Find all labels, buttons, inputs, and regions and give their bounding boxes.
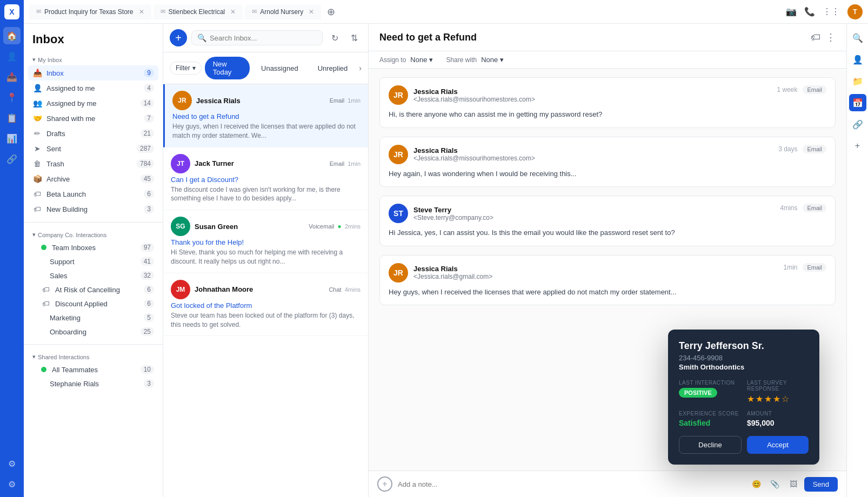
arrow-down-icon-3: ▾: [32, 353, 36, 360]
compose-button[interactable]: +: [170, 29, 187, 46]
nav-reports[interactable]: 📊: [3, 130, 21, 147]
avatar-susan: SG: [171, 217, 190, 236]
sidebar-item-all-teammates[interactable]: All Teammates 10: [37, 362, 158, 377]
company-interactions-section[interactable]: ▾ Company Co. Interactions: [28, 228, 158, 240]
message-4: JR Jessica Rials <Jessica.rials@gmail.co…: [379, 255, 836, 306]
assign-to-dropdown[interactable]: None ▾: [410, 56, 433, 64]
sidebar-item-drafts[interactable]: ✏ Drafts 21: [28, 126, 158, 141]
avatar-jack: JT: [171, 154, 190, 173]
conversation-item-3[interactable]: SG Susan Green Voicemail ● 2mins Thank y…: [163, 210, 368, 273]
inbox-icon: 📥: [32, 69, 42, 77]
nav-settings-2[interactable]: ⚙: [3, 475, 21, 493]
sidebar-item-shared-with-me[interactable]: 🤝 Shared with me 7: [28, 111, 158, 126]
drafts-icon: ✏: [32, 129, 42, 138]
compose-add-button[interactable]: +: [377, 476, 392, 492]
emoji-button[interactable]: 😊: [749, 476, 764, 492]
sidebar-item-inbox[interactable]: 📥 Inbox 9: [28, 65, 158, 80]
tab-icon-3: ✉: [252, 8, 257, 15]
tab-close-1[interactable]: ✕: [139, 8, 144, 16]
nav-integrations[interactable]: 🔗: [3, 150, 21, 167]
nav-settings-1[interactable]: ⚙: [3, 455, 21, 472]
right-add-icon[interactable]: +: [849, 137, 866, 155]
sidebar-item-archive[interactable]: 📦 Archive 45: [28, 171, 158, 186]
tag-icon[interactable]: 🏷: [811, 32, 820, 43]
tab-stienbeck[interactable]: ✉ Stienbeck Electrical ✕: [153, 4, 243, 19]
share-with-dropdown[interactable]: None ▾: [481, 56, 504, 64]
nav-map[interactable]: 📍: [3, 89, 21, 106]
video-icon[interactable]: 📷: [786, 6, 797, 17]
tab-arnold[interactable]: ✉ Arnold Nursery ✕: [245, 4, 321, 19]
send-button[interactable]: Send: [804, 477, 838, 492]
assigned-to-me-icon: 👤: [32, 84, 42, 92]
image-button[interactable]: 🖼: [786, 476, 801, 492]
conversation-item-4[interactable]: JM Johnathan Moore Chat 4mins Got locked…: [163, 273, 368, 337]
conversation-item-2[interactable]: JT Jack Turner Email 1min Can I get a Di…: [163, 147, 368, 211]
add-tab-button[interactable]: ⊕: [323, 4, 338, 19]
conversation-item-1[interactable]: JR Jessica Rials Email 1min Need to get …: [163, 84, 368, 147]
sidebar-item-beta-launch[interactable]: 🏷 Beta Launch 6: [28, 186, 158, 202]
search-icon: 🔍: [197, 33, 206, 42]
sidebar-item-new-building[interactable]: 🏷 New Building 3: [28, 202, 158, 217]
discount-tag-icon: 🏷: [41, 299, 51, 308]
search-input[interactable]: [210, 34, 317, 42]
sidebar-item-team-inboxes[interactable]: Team Inboxes 97: [37, 240, 158, 254]
inbox-title: Inbox: [24, 24, 163, 51]
search-box[interactable]: 🔍: [191, 30, 323, 45]
sidebar-item-assigned-by-me[interactable]: 👥 Assigned by me 14: [28, 96, 158, 111]
right-folder-icon[interactable]: 📁: [849, 72, 866, 90]
compose-area: + 😊 📎 🖼 Send: [369, 471, 846, 497]
tab-unreplied[interactable]: Unreplied: [310, 61, 356, 76]
avatar-msg-2: JR: [389, 145, 408, 164]
positive-badge: POSITIVE: [679, 388, 717, 398]
right-link-icon[interactable]: 🔗: [849, 116, 866, 133]
sort-button[interactable]: ⇅: [346, 30, 362, 45]
tab-icon-2: ✉: [161, 8, 165, 15]
tab-unassigned[interactable]: Unassigned: [253, 61, 306, 76]
sidebar-item-discount-applied[interactable]: 🏷 Discount Applied 6: [37, 297, 158, 311]
phone-icon[interactable]: 📞: [804, 6, 815, 17]
assign-chevron-icon: ▾: [429, 56, 433, 64]
tab-product-inquiry[interactable]: ✉ Product Inquiry for Texas Store ✕: [29, 4, 151, 19]
sidebar-item-marketing[interactable]: Marketing 5: [37, 311, 158, 325]
nav-tasks[interactable]: 📋: [3, 109, 21, 126]
tab-label-3: Arnold Nursery: [260, 8, 303, 16]
sidebar-item-onboarding[interactable]: Onboarding 25: [37, 325, 158, 339]
filter-label: Filter: [176, 64, 190, 72]
filter-button[interactable]: Filter ▾: [170, 62, 202, 75]
attach-button[interactable]: 📎: [767, 476, 783, 492]
tab-new-today[interactable]: New Today: [205, 57, 250, 79]
decline-button[interactable]: Decline: [679, 436, 742, 454]
right-search-icon[interactable]: 🔍: [849, 29, 866, 46]
right-person-icon[interactable]: 👤: [849, 51, 866, 68]
sidebar-item-sales[interactable]: Sales 32: [37, 268, 158, 283]
app-logo[interactable]: X: [4, 4, 19, 19]
compose-input[interactable]: [398, 480, 744, 488]
nav-home[interactable]: 🏠: [3, 27, 21, 44]
grid-icon[interactable]: ⋮⋮: [823, 6, 840, 17]
more-options-icon[interactable]: ⋮: [826, 31, 836, 43]
sidebar-item-sent[interactable]: ➤ Sent 287: [28, 141, 158, 156]
right-calendar-icon[interactable]: 📅: [849, 94, 866, 111]
tab-close-3[interactable]: ✕: [309, 8, 314, 16]
nav-contacts[interactable]: 👤: [3, 48, 21, 65]
shared-interactions-section[interactable]: ▾ Shared Interactions: [28, 350, 158, 362]
sidebar-item-trash[interactable]: 🗑 Trash 784: [28, 156, 158, 171]
my-inbox-section[interactable]: ▾ My Inbox: [28, 53, 158, 65]
avatar-msg-3: ST: [389, 204, 408, 223]
share-chevron-icon: ▾: [500, 56, 504, 64]
sidebar-item-stephanie-rials[interactable]: Stephanie Rials 3: [37, 377, 158, 391]
accept-button[interactable]: Accept: [747, 436, 809, 454]
nav-inbox[interactable]: 📥: [3, 68, 21, 85]
sidebar-item-at-risk[interactable]: 🏷 At Risk of Cancelling 6: [37, 283, 158, 297]
tabs-more-icon[interactable]: ›: [359, 64, 362, 72]
filter-chevron-icon: ▾: [192, 64, 196, 72]
sidebar-item-support[interactable]: Support 41: [37, 254, 158, 268]
tab-close-2[interactable]: ✕: [230, 8, 236, 16]
team-inboxes-dot-icon: [41, 245, 46, 250]
contact-card: Terry Jefferson Sr. 234-456-9908 Smith O…: [668, 330, 819, 465]
tab-label-1: Product Inquiry for Texas Store: [44, 8, 133, 16]
refresh-button[interactable]: ↻: [327, 30, 342, 45]
avatar-msg-1: JR: [389, 85, 408, 105]
sidebar-item-assigned-to-me[interactable]: 👤 Assigned to me 4: [28, 80, 158, 96]
user-avatar[interactable]: T: [847, 4, 863, 19]
